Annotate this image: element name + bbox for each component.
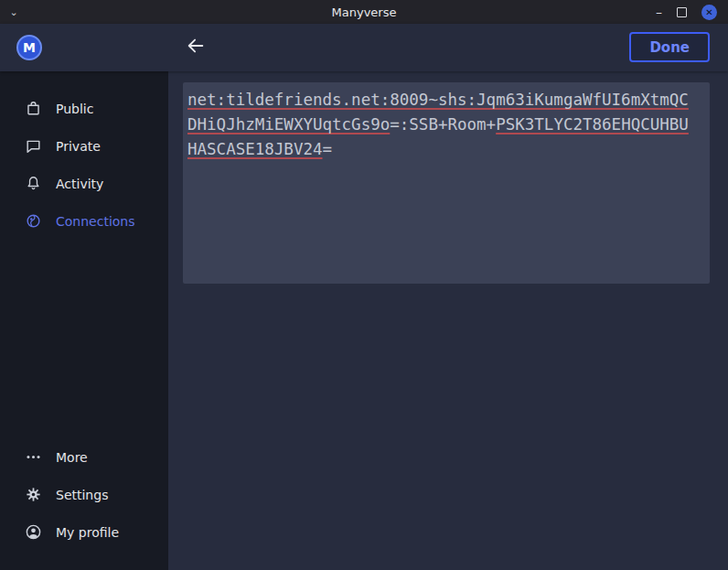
code-segment: net:tildefriends.net:8009~shs:Jqm63iKumg… [187,91,689,109]
back-button[interactable] [183,35,209,60]
sidebar-item-label: My profile [56,525,119,540]
sidebar-item-label: Private [56,139,101,154]
sidebar-item-label: Public [56,102,93,116]
sidebar-item-more[interactable]: More [0,438,168,476]
sidebar-item-public[interactable]: Public [0,90,168,127]
activity-icon [25,175,42,192]
restore-icon[interactable] [677,7,687,17]
window-title: Manyverse [0,5,728,19]
sidebar-bottom-group: More [0,438,168,551]
code-segment: HASCASE18JBV24 [187,140,323,158]
public-icon [25,100,42,117]
more-icon [25,448,42,466]
code-segment: PSK3TLYC2T86EHQCUHBU [496,115,689,134]
sidebar-item-connections[interactable]: Connections [0,202,168,240]
invite-code-editor[interactable]: net:tildefriends.net:8009~shs:Jqm63iKumg… [183,82,710,284]
app-header: M Done [0,24,728,71]
sidebar-item-label: Activity [56,177,103,191]
minimize-icon[interactable]: – [656,7,662,16]
main-content: net:tildefriends.net:8009~shs:Jqm63iKumg… [168,71,728,570]
done-button[interactable]: Done [629,32,710,62]
profile-icon [25,523,42,541]
sidebar-item-settings[interactable]: Settings [0,476,168,513]
manyverse-logo: M [16,35,42,60]
code-segment: =:SSB+Room+ [390,115,496,134]
code-segment: DHiQJhzMiEWXYUqtcGs9o [187,115,390,134]
sidebar-item-label: Connections [56,214,135,229]
sidebar-item-label: Settings [56,488,108,502]
sidebar-top-group: Public Private Activity [0,71,168,240]
code-line: HASCASE18JBV24= [187,137,705,162]
code-line: DHiQJhzMiEWXYUqtcGs9o=:SSB+Room+PSK3TLYC… [187,113,705,137]
sidebar-item-private[interactable]: Private [0,127,168,165]
gear-icon [25,486,42,503]
sidebar-item-label: More [56,450,88,465]
window-controls: – ✕ [656,5,728,20]
window-menu-icon[interactable]: ⌄ [0,6,27,18]
code-segment: = [323,140,333,158]
sidebar-item-my-profile[interactable]: My profile [0,513,168,551]
titlebar: ⌄ Manyverse – ✕ [0,0,728,24]
code-line: net:tildefriends.net:8009~shs:Jqm63iKumg… [187,88,705,113]
private-icon [25,137,42,155]
sidebar-item-activity[interactable]: Activity [0,165,168,202]
sidebar: Public Private Activity [0,71,168,570]
arrow-left-icon [186,36,206,59]
connections-icon [25,212,42,230]
close-icon[interactable]: ✕ [701,5,717,20]
